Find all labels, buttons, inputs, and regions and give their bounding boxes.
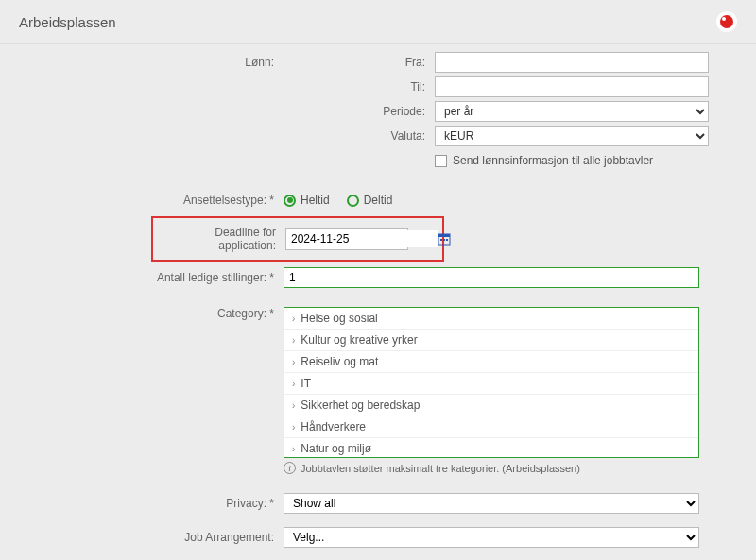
salary-send-label: Send lønnsinformasjon til alle jobbtavle… [453, 154, 653, 167]
svg-rect-1 [438, 234, 450, 237]
salary-from-input[interactable] [435, 52, 709, 73]
employment-parttime-radio[interactable]: Deltid [347, 194, 393, 207]
salary-from-label: Fra: [284, 56, 435, 69]
chevron-right-icon: › [292, 422, 295, 433]
vacancies-input[interactable] [284, 267, 699, 288]
category-item-label: Helse og sosial [301, 312, 377, 325]
chevron-right-icon: › [292, 357, 295, 367]
category-item-label: Natur og miljø [301, 442, 371, 455]
salary-label: Lønn: [28, 56, 284, 69]
privacy-select[interactable]: Show all [284, 493, 699, 514]
salary-to-label: Til: [284, 80, 435, 93]
category-item-label: Kultur og kreative yrker [301, 333, 417, 347]
category-item[interactable]: ›IT [284, 373, 698, 395]
salary-currency-select[interactable]: kEUR [435, 126, 709, 146]
category-label: Category: * [28, 307, 284, 320]
chevron-right-icon: › [292, 314, 295, 324]
employment-fulltime-radio[interactable]: Heltid [284, 194, 330, 207]
deadline-highlight: Deadline for application: [151, 216, 444, 262]
category-item[interactable]: ›Reiseliv og mat [284, 351, 698, 373]
deadline-input[interactable] [286, 230, 438, 247]
form-container: Lønn: Fra: Til: Periode: per år Valuta: … [0, 44, 756, 560]
job-arrangement-select[interactable]: Velg... [284, 527, 699, 548]
radio-icon [284, 195, 296, 207]
svg-rect-4 [446, 239, 448, 241]
employment-type-label: Ansettelsestype: * [28, 194, 284, 207]
deadline-label: Deadline for application: [163, 226, 285, 252]
category-item-label: Reiseliv og mat [301, 355, 378, 368]
calendar-icon[interactable] [438, 229, 451, 248]
job-arrangement-label: Job Arrangement: [28, 531, 284, 544]
brand-logo [716, 11, 737, 32]
category-item-label: Sikkerhet og beredskap [301, 399, 420, 412]
category-item-label: Håndverkere [301, 420, 366, 433]
salary-send-checkbox[interactable] [435, 155, 447, 167]
svg-rect-3 [443, 239, 445, 241]
chevron-right-icon: › [292, 400, 295, 411]
category-item[interactable]: ›Helse og sosial [284, 308, 698, 330]
radio-icon [347, 195, 359, 207]
deadline-field[interactable] [285, 228, 408, 250]
chevron-right-icon: › [292, 335, 295, 346]
salary-period-label: Periode: [284, 105, 435, 118]
salary-currency-label: Valuta: [284, 129, 435, 143]
category-item[interactable]: ›Sikkerhet og beredskap [284, 395, 698, 416]
page-header: Arbeidsplassen [0, 0, 756, 44]
category-info: Jobbtavlen støtter maksimalt tre kategor… [301, 463, 580, 474]
vacancies-label: Antall ledige stillinger: * [28, 271, 284, 284]
category-item[interactable]: ›Håndverkere [284, 416, 698, 438]
salary-period-select[interactable]: per år [435, 101, 709, 122]
info-icon: i [284, 462, 296, 474]
category-item-label: IT [301, 377, 311, 390]
privacy-label: Privacy: * [28, 497, 284, 510]
category-item[interactable]: ›Natur og miljø [284, 438, 698, 458]
chevron-right-icon: › [292, 379, 295, 389]
salary-to-input[interactable] [435, 76, 709, 97]
page-title: Arbeidsplassen [19, 14, 116, 30]
category-listbox[interactable]: ›Helse og sosial›Kultur og kreative yrke… [284, 307, 699, 458]
category-item[interactable]: ›Kultur og kreative yrker [284, 330, 698, 351]
svg-rect-2 [440, 239, 442, 241]
chevron-right-icon: › [292, 444, 295, 454]
